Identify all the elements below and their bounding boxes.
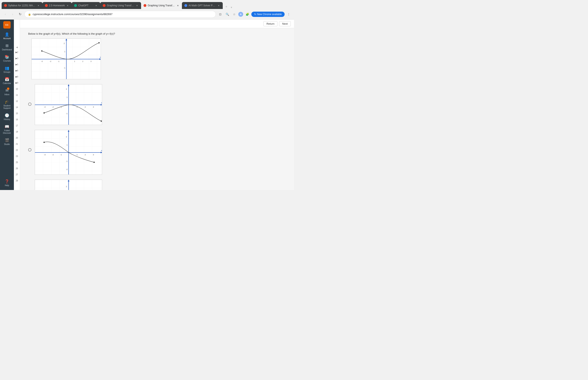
tab-overflow-button[interactable]: ▾ — [229, 6, 234, 9]
tab-favicon-4 — [103, 4, 105, 7]
tab-close-1[interactable]: ✕ — [37, 4, 40, 7]
svg-text:1: 1 — [77, 154, 78, 156]
svg-text:-2: -2 — [52, 154, 54, 156]
forward-button[interactable]: › — [10, 11, 16, 17]
zoom-button[interactable]: 🔍 — [224, 11, 230, 17]
line-num-15[interactable]: 15 — [14, 110, 20, 116]
tab-favicon-2 — [45, 4, 48, 7]
line-num-19[interactable]: 19 — [14, 129, 20, 135]
line-number-sidebar: ◀ ▶2 ▶3 ▶5 ▶6 ▶8 ▶9 10 11 12 14 15 16 17… — [14, 19, 20, 190]
tab-bar: Syllabus for 12251 MATI... ✕ 2.5 Homewor… — [0, 0, 294, 9]
svg-text:2: 2 — [82, 60, 83, 62]
update-icon: ↻ — [254, 13, 256, 16]
next-button[interactable]: Next — [279, 21, 291, 26]
tab-syllabus[interactable]: Syllabus for 12251 MATI... ✕ — [2, 2, 42, 9]
svg-text:-3: -3 — [41, 60, 43, 62]
tab-close-5[interactable]: ✕ — [176, 4, 179, 7]
svg-text:1: 1 — [66, 96, 68, 98]
bookmark-button[interactable]: ☆ — [231, 11, 237, 17]
line-num-3[interactable]: ▶3 — [14, 55, 20, 61]
svg-text:x: x — [101, 101, 102, 104]
cast-button[interactable]: ⊡ — [217, 11, 223, 17]
profile-avatar[interactable]: A — [238, 12, 243, 17]
canvas-logo: CC — [3, 21, 11, 29]
return-button[interactable]: Return — [263, 21, 277, 26]
back-button[interactable]: ‹ — [2, 11, 8, 17]
line-num-21[interactable]: 21 — [14, 141, 20, 147]
line-num-16[interactable]: 16 — [14, 116, 20, 123]
svg-text:3: 3 — [90, 60, 91, 62]
svg-text:-2: -2 — [52, 106, 54, 108]
line-num-6[interactable]: ▶6 — [14, 67, 20, 74]
nav-actions: ⊡ 🔍 ☆ A 🧩 ↻ New Chrome available ⋮ — [217, 11, 292, 17]
line-num-22[interactable]: 22 — [14, 147, 20, 153]
calendar-icon: 📅 — [5, 77, 9, 81]
svg-text:2: 2 — [66, 88, 67, 90]
line-num-28[interactable]: 28 — [14, 178, 20, 184]
line-num-9[interactable]: ▶9 — [14, 80, 20, 86]
browser-chrome: Syllabus for 12251 MATI... ✕ 2.5 Homewor… — [0, 0, 294, 19]
groups-icon: 👥 — [5, 66, 9, 70]
collapse-arrow[interactable]: ◀ — [14, 46, 20, 48]
tab-close-6[interactable]: ✕ — [217, 4, 220, 7]
svg-text:-2: -2 — [50, 60, 51, 62]
svg-text:1: 1 — [64, 51, 65, 53]
option-b-radio[interactable] — [28, 148, 31, 152]
tab-title-3: ChatGPT — [78, 4, 93, 7]
line-num-12[interactable]: 12 — [14, 98, 20, 104]
new-tab-button[interactable]: + — [224, 5, 229, 9]
svg-text:-3: -3 — [44, 106, 45, 108]
sidebar-item-student-support[interactable]: 🎓 Student Support — [1, 98, 13, 111]
line-num-25[interactable]: 25 — [14, 159, 20, 165]
reload-button[interactable]: ↻ — [17, 11, 23, 17]
sidebar-item-groups[interactable]: 👥 Groups — [1, 64, 13, 75]
line-num-20[interactable]: 20 — [14, 135, 20, 141]
tab-graphing2[interactable]: Graphing Using Transfo... ✕ — [141, 2, 182, 9]
sidebar-item-courses[interactable]: 📚 Courses — [1, 53, 13, 64]
tab-graphing1[interactable]: Graphing Using Transfo... ✕ — [100, 2, 141, 9]
tab-close-2[interactable]: ✕ — [66, 4, 69, 7]
svg-point-33 — [101, 120, 102, 122]
sidebar-item-follett[interactable]: 📖 Follett Discover — [1, 123, 13, 136]
menu-button[interactable]: ⋮ — [286, 11, 292, 17]
chrome-update-button[interactable]: ↻ New Chrome available — [251, 12, 285, 17]
inbox-label: Inbox — [4, 93, 9, 96]
line-num-2[interactable]: ▶2 — [14, 49, 20, 55]
dashboard-label: Dashboard — [2, 49, 12, 51]
svg-text:-3: -3 — [44, 154, 45, 156]
account-icon: 👤 — [5, 32, 9, 37]
student-support-icon: 🎓 — [5, 99, 9, 104]
tab-chatgpt[interactable]: ChatGPT ✕ — [72, 2, 100, 9]
address-bar[interactable]: 🔒 cypresscollege.instructure.com/courses… — [24, 11, 216, 18]
tab-homework[interactable]: 2.5 Homework ✕ — [42, 2, 72, 9]
svg-text:-2: -2 — [66, 168, 68, 171]
line-num-8[interactable]: ▶8 — [14, 74, 20, 80]
line-num-23[interactable]: 23 — [14, 153, 20, 159]
tab-close-3[interactable]: ✕ — [95, 4, 98, 7]
sidebar-item-help[interactable]: ❓ Help — [1, 178, 13, 188]
tab-favicon-1 — [4, 4, 7, 7]
tab-favicon-6 — [184, 4, 187, 7]
line-num-14[interactable]: 14 — [14, 104, 20, 110]
option-a-radio[interactable] — [28, 103, 31, 106]
sidebar-item-calendar[interactable]: 📅 Calendar — [1, 76, 13, 86]
svg-text:2: 2 — [85, 106, 86, 108]
line-num-10[interactable]: 10 — [14, 86, 20, 92]
line-num-26[interactable]: 26 — [14, 165, 20, 171]
extension-button[interactable]: 🧩 — [244, 11, 250, 17]
line-num-5[interactable]: ▶5 — [14, 61, 20, 67]
sidebar-item-dashboard[interactable]: ⊞ Dashboard — [1, 42, 13, 53]
sidebar-item-studio[interactable]: 🎬 Studio — [1, 136, 13, 147]
tab-favicon-3 — [74, 4, 77, 7]
tab-ai-math[interactable]: AI Math GPT Solver Pow... ✕ — [182, 2, 223, 9]
line-num-27[interactable]: 27 — [14, 171, 20, 178]
sidebar-item-inbox[interactable]: ✉1 Inbox — [1, 87, 13, 97]
line-num-11[interactable]: 11 — [14, 92, 20, 98]
svg-text:-1: -1 — [60, 154, 62, 156]
line-num-17[interactable]: 17 — [14, 123, 20, 129]
tab-close-4[interactable]: ✕ — [135, 4, 139, 7]
svg-text:2: 2 — [66, 136, 67, 138]
svg-text:-1: -1 — [64, 67, 65, 69]
sidebar-item-account[interactable]: 👤 Account — [1, 31, 13, 41]
sidebar-item-history[interactable]: 🕐 History — [1, 112, 13, 122]
